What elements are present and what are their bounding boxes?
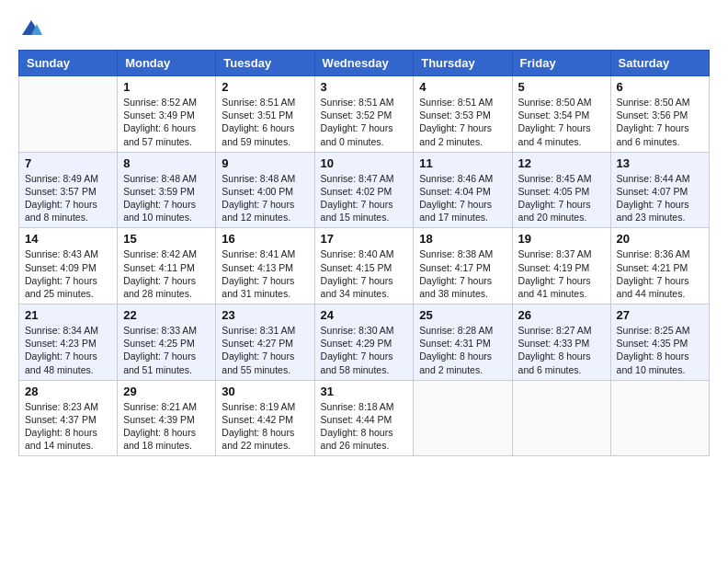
calendar-week-row: 7Sunrise: 8:49 AMSunset: 3:57 PMDaylight… <box>19 152 710 228</box>
day-info: Sunrise: 8:23 AMSunset: 4:37 PMDaylight:… <box>25 400 111 453</box>
day-number: 18 <box>419 232 506 246</box>
day-info: Sunrise: 8:51 AMSunset: 3:51 PMDaylight:… <box>222 96 308 148</box>
calendar-cell: 23Sunrise: 8:31 AMSunset: 4:27 PMDayligh… <box>216 304 314 381</box>
calendar-cell: 14Sunrise: 8:43 AMSunset: 4:09 PMDayligh… <box>19 228 118 304</box>
weekday-header-thursday: Thursday <box>414 51 512 76</box>
calendar-cell: 8Sunrise: 8:48 AMSunset: 3:59 PMDaylight… <box>118 152 216 228</box>
day-info: Sunrise: 8:21 AMSunset: 4:39 PMDaylight:… <box>123 400 210 453</box>
day-info: Sunrise: 8:46 AMSunset: 4:04 PMDaylight:… <box>419 172 506 224</box>
day-number: 23 <box>222 308 308 322</box>
day-info: Sunrise: 8:49 AMSunset: 3:57 PMDaylight:… <box>25 172 111 224</box>
day-number: 12 <box>518 156 605 170</box>
calendar-cell: 13Sunrise: 8:44 AMSunset: 4:07 PMDayligh… <box>610 152 709 228</box>
day-info: Sunrise: 8:27 AMSunset: 4:33 PMDaylight:… <box>518 324 605 376</box>
calendar-cell: 31Sunrise: 8:18 AMSunset: 4:44 PMDayligh… <box>314 380 414 456</box>
calendar-week-row: 1Sunrise: 8:52 AMSunset: 3:49 PMDaylight… <box>19 76 710 153</box>
logo <box>18 18 42 40</box>
calendar-cell: 27Sunrise: 8:25 AMSunset: 4:35 PMDayligh… <box>610 304 709 381</box>
calendar-cell: 30Sunrise: 8:19 AMSunset: 4:42 PMDayligh… <box>216 380 314 456</box>
day-number: 21 <box>25 308 111 322</box>
day-number: 22 <box>123 308 210 322</box>
day-number: 1 <box>123 80 210 94</box>
day-info: Sunrise: 8:50 AMSunset: 3:54 PMDaylight:… <box>518 96 605 148</box>
day-number: 31 <box>321 385 408 398</box>
calendar-cell: 9Sunrise: 8:48 AMSunset: 4:00 PMDaylight… <box>216 152 314 228</box>
day-info: Sunrise: 8:51 AMSunset: 3:53 PMDaylight:… <box>419 96 506 148</box>
calendar-cell: 4Sunrise: 8:51 AMSunset: 3:53 PMDaylight… <box>414 76 512 153</box>
weekday-header-tuesday: Tuesday <box>216 51 314 76</box>
day-info: Sunrise: 8:48 AMSunset: 4:00 PMDaylight:… <box>222 172 308 224</box>
day-number: 15 <box>123 232 210 246</box>
page-header <box>18 18 710 40</box>
day-number: 10 <box>321 156 408 170</box>
day-number: 26 <box>518 308 605 322</box>
day-info: Sunrise: 8:40 AMSunset: 4:15 PMDaylight:… <box>321 247 408 300</box>
day-number: 25 <box>419 308 506 322</box>
day-number: 4 <box>419 80 506 94</box>
day-number: 2 <box>222 80 308 94</box>
calendar-cell: 26Sunrise: 8:27 AMSunset: 4:33 PMDayligh… <box>512 304 610 381</box>
day-number: 11 <box>419 156 506 170</box>
calendar-cell: 7Sunrise: 8:49 AMSunset: 3:57 PMDaylight… <box>19 152 118 228</box>
day-number: 30 <box>222 385 308 398</box>
day-number: 17 <box>321 232 408 246</box>
calendar-cell: 3Sunrise: 8:51 AMSunset: 3:52 PMDaylight… <box>314 76 414 153</box>
calendar-table: SundayMondayTuesdayWednesdayThursdayFrid… <box>18 50 710 456</box>
calendar-cell <box>512 380 610 456</box>
calendar-cell: 20Sunrise: 8:36 AMSunset: 4:21 PMDayligh… <box>610 228 709 304</box>
calendar-cell: 29Sunrise: 8:21 AMSunset: 4:39 PMDayligh… <box>118 380 216 456</box>
calendar-cell: 11Sunrise: 8:46 AMSunset: 4:04 PMDayligh… <box>414 152 512 228</box>
day-info: Sunrise: 8:48 AMSunset: 3:59 PMDaylight:… <box>123 172 210 224</box>
day-number: 3 <box>321 80 408 94</box>
weekday-header-wednesday: Wednesday <box>314 51 414 76</box>
calendar-cell: 6Sunrise: 8:50 AMSunset: 3:56 PMDaylight… <box>610 76 709 153</box>
calendar-week-row: 14Sunrise: 8:43 AMSunset: 4:09 PMDayligh… <box>19 228 710 304</box>
calendar-cell: 1Sunrise: 8:52 AMSunset: 3:49 PMDaylight… <box>118 76 216 153</box>
calendar-cell <box>19 76 118 153</box>
day-number: 6 <box>617 80 703 94</box>
day-info: Sunrise: 8:51 AMSunset: 3:52 PMDaylight:… <box>321 96 408 148</box>
calendar-week-row: 21Sunrise: 8:34 AMSunset: 4:23 PMDayligh… <box>19 304 710 381</box>
day-info: Sunrise: 8:52 AMSunset: 3:49 PMDaylight:… <box>123 96 210 148</box>
calendar-cell: 18Sunrise: 8:38 AMSunset: 4:17 PMDayligh… <box>414 228 512 304</box>
day-number: 13 <box>617 156 703 170</box>
day-number: 7 <box>25 156 111 170</box>
day-info: Sunrise: 8:18 AMSunset: 4:44 PMDaylight:… <box>321 400 408 453</box>
day-info: Sunrise: 8:43 AMSunset: 4:09 PMDaylight:… <box>25 247 111 300</box>
calendar-header-row: SundayMondayTuesdayWednesdayThursdayFrid… <box>19 51 710 76</box>
day-info: Sunrise: 8:25 AMSunset: 4:35 PMDaylight:… <box>617 324 703 376</box>
day-info: Sunrise: 8:34 AMSunset: 4:23 PMDaylight:… <box>25 324 111 376</box>
calendar-cell: 5Sunrise: 8:50 AMSunset: 3:54 PMDaylight… <box>512 76 610 153</box>
calendar-cell: 28Sunrise: 8:23 AMSunset: 4:37 PMDayligh… <box>19 380 118 456</box>
calendar-cell: 12Sunrise: 8:45 AMSunset: 4:05 PMDayligh… <box>512 152 610 228</box>
day-number: 14 <box>25 232 111 246</box>
calendar-cell <box>610 380 709 456</box>
logo-icon <box>20 18 42 40</box>
day-number: 20 <box>617 232 703 246</box>
calendar-week-row: 28Sunrise: 8:23 AMSunset: 4:37 PMDayligh… <box>19 380 710 456</box>
day-info: Sunrise: 8:42 AMSunset: 4:11 PMDaylight:… <box>123 247 210 300</box>
weekday-header-sunday: Sunday <box>19 51 118 76</box>
day-info: Sunrise: 8:36 AMSunset: 4:21 PMDaylight:… <box>617 247 703 300</box>
day-info: Sunrise: 8:45 AMSunset: 4:05 PMDaylight:… <box>518 172 605 224</box>
weekday-header-saturday: Saturday <box>610 51 709 76</box>
day-number: 29 <box>123 385 210 398</box>
day-number: 24 <box>321 308 408 322</box>
weekday-header-monday: Monday <box>118 51 216 76</box>
day-info: Sunrise: 8:19 AMSunset: 4:42 PMDaylight:… <box>222 400 308 453</box>
day-info: Sunrise: 8:37 AMSunset: 4:19 PMDaylight:… <box>518 247 605 300</box>
day-info: Sunrise: 8:30 AMSunset: 4:29 PMDaylight:… <box>321 324 408 376</box>
calendar-cell: 17Sunrise: 8:40 AMSunset: 4:15 PMDayligh… <box>314 228 414 304</box>
day-number: 19 <box>518 232 605 246</box>
calendar-cell: 15Sunrise: 8:42 AMSunset: 4:11 PMDayligh… <box>118 228 216 304</box>
calendar-cell: 24Sunrise: 8:30 AMSunset: 4:29 PMDayligh… <box>314 304 414 381</box>
day-info: Sunrise: 8:28 AMSunset: 4:31 PMDaylight:… <box>419 324 506 376</box>
calendar-cell: 16Sunrise: 8:41 AMSunset: 4:13 PMDayligh… <box>216 228 314 304</box>
calendar-cell: 25Sunrise: 8:28 AMSunset: 4:31 PMDayligh… <box>414 304 512 381</box>
calendar-cell: 10Sunrise: 8:47 AMSunset: 4:02 PMDayligh… <box>314 152 414 228</box>
day-info: Sunrise: 8:31 AMSunset: 4:27 PMDaylight:… <box>222 324 308 376</box>
day-number: 5 <box>518 80 605 94</box>
day-info: Sunrise: 8:44 AMSunset: 4:07 PMDaylight:… <box>617 172 703 224</box>
calendar-cell: 2Sunrise: 8:51 AMSunset: 3:51 PMDaylight… <box>216 76 314 153</box>
day-number: 9 <box>222 156 308 170</box>
